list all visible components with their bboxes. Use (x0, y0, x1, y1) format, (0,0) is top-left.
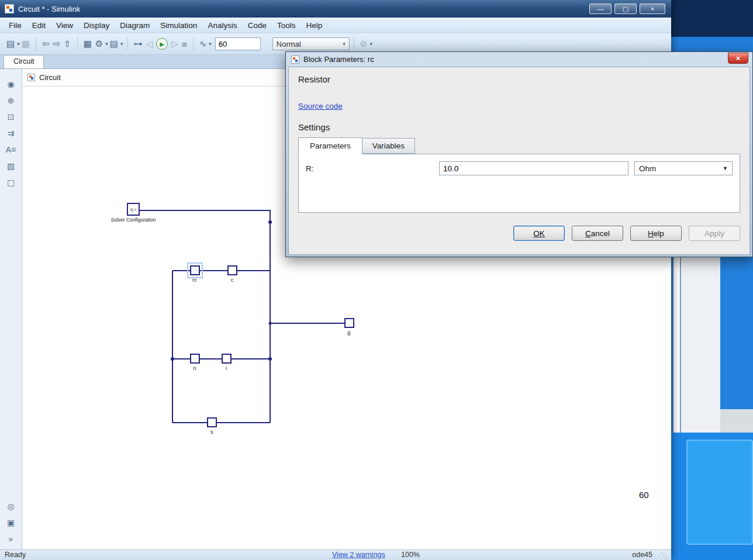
warnings-link[interactable]: View 2 warnings (332, 551, 385, 559)
block-c[interactable]: c (215, 265, 250, 283)
toolbar-separator (36, 37, 36, 50)
palette-sidebar: ◉ ⊕ ⊡ ⇉ A≡ ▨ ▢ ◎ ▣ » (0, 69, 22, 549)
overlay-icon[interactable]: ▣ (0, 514, 22, 531)
fit-view-icon[interactable]: ⊡ (0, 109, 22, 125)
help-button[interactable]: Help (630, 226, 682, 241)
tab-parameters[interactable]: Parameters (298, 137, 362, 154)
background-blue-window (686, 440, 753, 545)
image-annotation-icon[interactable]: ▨ (0, 158, 22, 174)
menu-diagram[interactable]: Diagram (115, 19, 155, 32)
block-s-body[interactable] (207, 417, 217, 427)
tab-circuit[interactable]: Circuit (4, 55, 44, 68)
tab-variables[interactable]: Variables (362, 138, 415, 154)
build-dropdown-icon[interactable]: ▾ (369, 41, 372, 47)
dialog-buttons: OK Cancel Help Apply (298, 226, 740, 241)
block-s-label: s (194, 428, 229, 435)
step-forward-icon[interactable]: ▷ (170, 37, 180, 50)
cancel-button[interactable]: Cancel (572, 226, 623, 241)
dialog-close-button[interactable]: × (728, 53, 748, 64)
palette-top-group: ◉ ⊕ ⊡ ⇉ A≡ ▨ ▢ (0, 76, 22, 191)
new-model-icon[interactable]: ▤ (5, 37, 16, 50)
block-ri-label: ri (177, 365, 212, 371)
explore-icon[interactable]: ◉ (0, 76, 22, 92)
dialog-title: Block Parameters: rc (303, 55, 374, 64)
build-icon[interactable]: ⊘ (358, 37, 369, 50)
menu-simulation[interactable]: Simulation (155, 19, 202, 32)
solver-configuration-block[interactable]: x) = Solver Configuration (107, 203, 160, 223)
menu-file[interactable]: File (4, 19, 27, 32)
block-rc[interactable]: rc (177, 265, 212, 283)
dialog-tabs: Parameters Variables (298, 137, 740, 154)
forward-icon[interactable]: ⇨ (51, 37, 62, 50)
dialog-title-bar[interactable]: Block Parameters: rc (288, 52, 750, 67)
zoom-level: 100% (401, 551, 420, 559)
sim-mode-combo[interactable]: Normal ▾ (272, 37, 350, 50)
save-icon[interactable]: ▦ (20, 37, 32, 50)
window-controls: — ▢ × (589, 4, 665, 14)
shape-icon[interactable]: ▢ (0, 174, 22, 191)
help-button-label: Help (648, 229, 664, 238)
menu-code[interactable]: Code (243, 19, 272, 32)
background-gray-strip (720, 409, 753, 434)
link-icon[interactable]: ⊶ (132, 37, 144, 50)
minimize-button[interactable]: — (589, 4, 612, 14)
sim-mode-dropdown-icon: ▾ (343, 41, 346, 47)
toolbar-separator (127, 37, 128, 50)
settings-heading: Settings (298, 122, 740, 132)
breadcrumb-model-name[interactable]: Circuit (39, 73, 61, 82)
block-i-body[interactable] (222, 354, 232, 364)
block-ri[interactable]: ri (177, 354, 212, 371)
block-parameters-dialog: Block Parameters: rc × Resistor Source c… (285, 51, 753, 257)
unit-value: Ohm (639, 164, 656, 173)
block-ri-body[interactable] (190, 354, 200, 364)
expand-icon[interactable]: » (0, 531, 22, 547)
annotation-icon[interactable]: A≡ (0, 141, 22, 158)
viewmarks-icon[interactable]: ◎ (0, 498, 22, 514)
ok-button[interactable]: OK (513, 226, 565, 241)
title-bar[interactable]: Circuit * - Simulink — ▢ × (0, 0, 671, 18)
run-button[interactable]: ▶ (156, 38, 168, 50)
menu-edit[interactable]: Edit (27, 19, 51, 32)
block-i[interactable]: i (209, 354, 244, 371)
resistance-label: R: (306, 164, 439, 173)
block-c-body[interactable] (227, 265, 237, 275)
scope-icon[interactable]: ∿ (198, 37, 209, 50)
menu-help[interactable]: Help (300, 19, 327, 32)
source-code-link[interactable]: Source code (298, 102, 343, 110)
block-g[interactable]: g (331, 318, 367, 336)
back-icon[interactable]: ⇦ (40, 37, 51, 50)
resistance-input[interactable] (439, 161, 628, 175)
menu-bar: File Edit View Display Diagram Simulatio… (0, 18, 671, 33)
menu-display[interactable]: Display (78, 19, 115, 32)
unit-combo[interactable]: Ohm ▼ (634, 161, 733, 175)
library-browser-icon[interactable]: ▦ (82, 37, 94, 50)
menu-tools[interactable]: Tools (272, 19, 301, 32)
block-type-heading: Resistor (298, 74, 740, 84)
gear-icon[interactable]: ⚙ (94, 37, 105, 50)
config-dropdown-icon[interactable]: ▾ (120, 41, 123, 47)
resize-grip[interactable]: ⋱ (661, 551, 668, 559)
step-back-icon[interactable]: ◁ (144, 37, 155, 50)
scope-dropdown-icon[interactable]: ▾ (209, 41, 212, 47)
background-dark-area (671, 0, 753, 37)
close-button[interactable]: × (640, 4, 665, 14)
block-c-label: c (215, 276, 250, 283)
parameter-row: R: Ohm ▼ (306, 161, 733, 175)
screen: { "app": { "title": "Circuit * - Simulin… (0, 0, 753, 560)
block-g-body[interactable] (344, 318, 354, 328)
solver-block-label: Solver Configuration (107, 217, 160, 223)
block-rc-body[interactable] (190, 265, 200, 275)
sim-stop-time-input[interactable] (215, 37, 261, 50)
update-diagram-icon[interactable]: ⇉ (0, 125, 22, 141)
menu-view[interactable]: View (51, 19, 78, 32)
block-s[interactable]: s (194, 417, 229, 435)
up-icon[interactable]: ⇧ (62, 37, 73, 50)
maximize-button[interactable]: ▢ (614, 4, 637, 14)
block-rc-label: rc (177, 276, 212, 283)
model-config-icon[interactable]: ▤ (108, 37, 120, 50)
stop-icon[interactable]: ■ (180, 38, 189, 50)
menu-analysis[interactable]: Analysis (202, 19, 242, 32)
zoom-icon[interactable]: ⊕ (0, 92, 22, 109)
status-bar: Ready View 2 warnings 100% ode45 ⋱ (0, 549, 671, 560)
dialog-block-icon (291, 56, 299, 64)
